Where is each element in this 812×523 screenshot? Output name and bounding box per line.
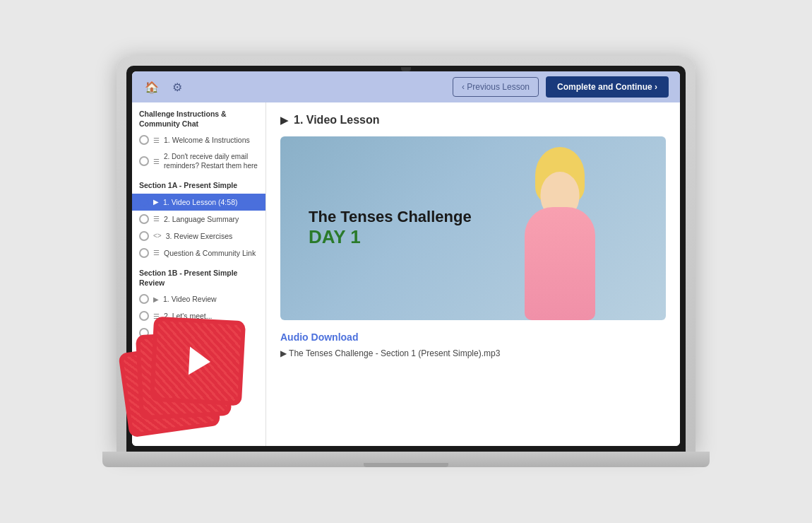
section1-title: Challenge Instructions & Community Chat [132, 102, 265, 131]
item-label-video: 1. Video Lesson (4:58) [163, 198, 237, 206]
main-content: Challenge Instructions & Community Chat … [132, 102, 680, 446]
item-label-reminders: 2. Don't receive daily email reminders? … [164, 152, 258, 170]
item-icon-video2: ▶ [153, 295, 159, 303]
item-icon-lines-2: ☰ [153, 158, 160, 165]
presenter-area [454, 136, 666, 320]
audio-title: Audio Download [280, 331, 666, 343]
laptop-outer: 🏠 ⚙ ‹ Previous Lesson Complete and Conti… [117, 56, 695, 452]
sidebar-item-language-summary[interactable]: ☰ 2. Language Summary [132, 211, 265, 228]
presenter-body [525, 207, 595, 320]
item-icon-lines-5: ☰ [153, 312, 160, 320]
sidebar-item-reminders[interactable]: ☰ 2. Don't receive daily email reminders… [132, 148, 265, 174]
item-icon-lines-3: ☰ [153, 215, 160, 223]
item-icon-lines-6: ☰ [153, 329, 160, 337]
audio-item[interactable]: ▶ The Tenses Challenge - Section 1 (Pres… [280, 348, 666, 358]
item-circle-2 [139, 156, 149, 166]
nav-right: ‹ Previous Lesson Complete and Continue … [453, 76, 669, 98]
section3-title: Section 1B - Present Simple Review [132, 262, 265, 290]
presenter-silhouette [496, 151, 623, 320]
sidebar-item-fluency[interactable]: ☰ 4. Fluency with... [132, 341, 265, 358]
top-nav: 🏠 ⚙ ‹ Previous Lesson Complete and Conti… [132, 71, 680, 102]
home-icon[interactable]: 🏠 [143, 78, 160, 95]
item-circle-5 [139, 248, 149, 258]
laptop-wrapper: 🏠 ⚙ ‹ Previous Lesson Complete and Conti… [102, 56, 710, 467]
sidebar-item-community-link2[interactable]: ☰ Community Link [132, 324, 265, 341]
item-icon-video: ▶ [153, 198, 159, 206]
item-label-community2: Community Link [164, 329, 217, 337]
half-circle-icon [139, 197, 149, 207]
item-icon-lines-4: ☰ [153, 249, 160, 257]
item-circle-9 [139, 345, 149, 355]
item-circle-7 [139, 311, 149, 321]
item-circle-1 [139, 135, 149, 145]
item-label-welcome: 1. Welcome & Instructions [164, 136, 250, 144]
sidebar-item-video-review[interactable]: ▶ 1. Video Review [132, 290, 265, 307]
settings-icon[interactable]: ⚙ [169, 78, 186, 95]
video-icon-title: ▶ [280, 114, 288, 126]
video-overlay-text: The Tenses Challenge DAY 1 [309, 208, 472, 248]
laptop-screen: 🏠 ⚙ ‹ Previous Lesson Complete and Conti… [132, 71, 680, 446]
item-circle-6 [139, 294, 149, 304]
video-title-day: DAY 1 [309, 227, 472, 249]
item-label-language: 2. Language Summary [164, 215, 239, 223]
sidebar-item-video-lesson[interactable]: ▶ 1. Video Lesson (4:58) [132, 194, 265, 211]
screen-bezel: 🏠 ⚙ ‹ Previous Lesson Complete and Conti… [126, 66, 686, 452]
item-label-meet: 2. Let's meet... [164, 312, 213, 320]
sidebar-item-lets-meet[interactable]: ☰ 2. Let's meet... [132, 307, 265, 324]
laptop-base [102, 452, 710, 467]
item-circle-3 [139, 214, 149, 224]
previous-lesson-button[interactable]: ‹ Previous Lesson [453, 77, 539, 97]
complete-continue-button[interactable]: Complete and Continue › [546, 76, 669, 98]
lesson-title-text: 1. Video Lesson [294, 114, 380, 127]
sidebar: Challenge Instructions & Community Chat … [132, 102, 266, 446]
item-label-video-review: 1. Video Review [163, 295, 217, 303]
section2-title: Section 1A - Present Simple [132, 174, 265, 194]
camera-notch [401, 67, 411, 71]
nav-left: 🏠 ⚙ [143, 78, 186, 95]
audio-section: Audio Download ▶ The Tenses Challenge - … [280, 331, 666, 358]
lesson-title: ▶ 1. Video Lesson [280, 114, 666, 127]
content-area: ▶ 1. Video Lesson The Tenses Challenge D… [266, 102, 680, 446]
audio-file-label: ▶ The Tenses Challenge - Section 1 (Pres… [280, 348, 500, 358]
item-icon-code: <> [153, 232, 162, 240]
item-label-review: 3. Review Exercises [166, 232, 233, 240]
item-label-community: Question & Community Link [164, 249, 256, 257]
item-circle-4 [139, 231, 149, 241]
item-label-fluency: 4. Fluency with... [164, 346, 220, 354]
sidebar-item-review-exercises[interactable]: <> 3. Review Exercises [132, 228, 265, 245]
video-container[interactable]: The Tenses Challenge DAY 1 [280, 136, 666, 320]
sidebar-item-welcome[interactable]: ☰ 1. Welcome & Instructions [132, 131, 265, 148]
sidebar-item-community-link[interactable]: ☰ Question & Community Link [132, 245, 265, 262]
item-icon-lines-7: ☰ [153, 346, 160, 354]
item-icon-lines-1: ☰ [153, 136, 160, 144]
video-title-main: The Tenses Challenge [309, 208, 472, 226]
item-circle-8 [139, 328, 149, 338]
